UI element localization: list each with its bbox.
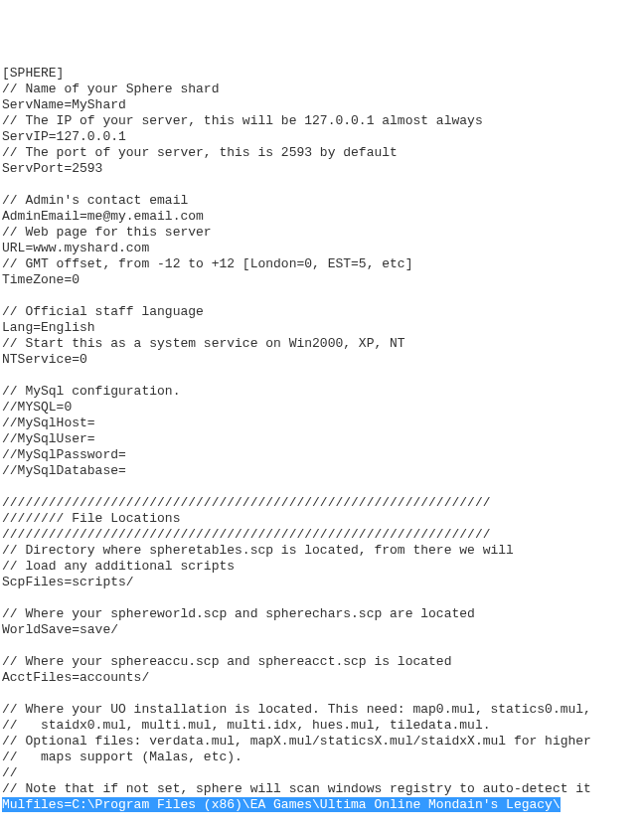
config-line: ServName=MyShard <box>2 97 642 113</box>
config-line: AcctFiles=accounts/ <box>2 670 642 686</box>
config-line <box>2 368 642 384</box>
config-line: // staidx0.mul, multi.mul, multi.idx, hu… <box>2 718 642 734</box>
config-line: // Where your sphereworld.scp and sphere… <box>2 606 642 622</box>
config-line: // Web page for this server <box>2 225 642 241</box>
config-line: Lang=English <box>2 320 642 336</box>
config-line: AdminEmail=me@my.email.com <box>2 209 642 225</box>
config-line <box>2 686 642 702</box>
config-line: TimeZone=0 <box>2 272 642 288</box>
config-line: // GMT offset, from -12 to +12 [London=0… <box>2 256 642 272</box>
config-line <box>2 638 642 654</box>
config-line: ////////////////////////////////////////… <box>2 527 642 543</box>
config-line: // The port of your server, this is 2593… <box>2 145 642 161</box>
config-line: ////////////////////////////////////////… <box>2 495 642 511</box>
config-line: // Official staff language <box>2 304 642 320</box>
config-line: WorldSave=save/ <box>2 622 642 638</box>
config-line: // Name of your Sphere shard <box>2 82 642 97</box>
config-line: // Directory where spheretables.scp is l… <box>2 543 642 559</box>
config-line: // The IP of your server, this will be 1… <box>2 113 642 129</box>
config-line: // Admin's contact email <box>2 193 642 209</box>
config-line: //MySqlUser= <box>2 431 642 447</box>
highlighted-path-line[interactable]: Mulfiles=C:\Program Files (x86)\EA Games… <box>2 797 642 813</box>
config-line <box>2 590 642 606</box>
config-line: ScpFiles=scripts/ <box>2 575 642 590</box>
config-line: //////// File Locations <box>2 511 642 527</box>
config-line: URL=www.myshard.com <box>2 241 642 256</box>
config-line: [SPHERE] <box>2 66 642 82</box>
config-line: // MySql configuration. <box>2 384 642 400</box>
config-line: //MYSQL=0 <box>2 400 642 416</box>
config-line: // Where your sphereaccu.scp and spherea… <box>2 654 642 670</box>
config-line <box>2 177 642 193</box>
config-text: [SPHERE]// Name of your Sphere shardServ… <box>2 66 642 813</box>
config-line: // Where your UO installation is located… <box>2 702 642 718</box>
config-line: //MySqlDatabase= <box>2 463 642 479</box>
config-line <box>2 288 642 304</box>
config-line: // Optional files: verdata.mul, mapX.mul… <box>2 734 642 750</box>
config-line: ServIP=127.0.0.1 <box>2 129 642 145</box>
config-line: //MySqlHost= <box>2 416 642 431</box>
config-line: // <box>2 765 642 781</box>
config-line: //MySqlPassword= <box>2 447 642 463</box>
config-line: // maps support (Malas, etc). <box>2 750 642 765</box>
config-line: NTService=0 <box>2 352 642 368</box>
config-line: // Start this as a system service on Win… <box>2 336 642 352</box>
config-line: // load any additional scripts <box>2 559 642 575</box>
selected-text[interactable]: Mulfiles=C:\Program Files (x86)\EA Games… <box>2 797 561 812</box>
config-line <box>2 479 642 495</box>
config-line: ServPort=2593 <box>2 161 642 177</box>
config-line: // Note that if not set, sphere will sca… <box>2 781 642 797</box>
